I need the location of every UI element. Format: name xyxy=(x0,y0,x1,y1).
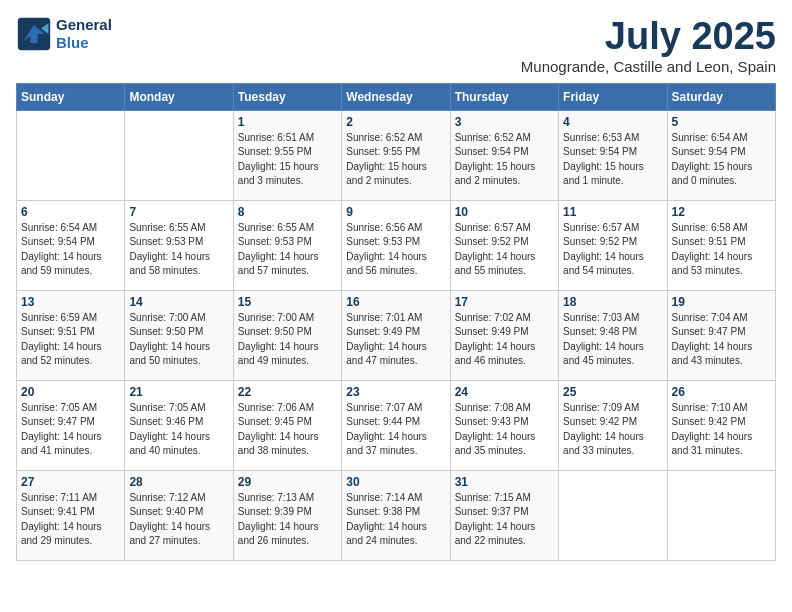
weekday-header-sunday: Sunday xyxy=(17,83,125,110)
day-number: 7 xyxy=(129,205,228,219)
day-info: Sunrise: 7:02 AM Sunset: 9:49 PM Dayligh… xyxy=(455,311,554,369)
calendar-cell xyxy=(559,470,667,560)
day-number: 19 xyxy=(672,295,771,309)
day-number: 23 xyxy=(346,385,445,399)
day-info: Sunrise: 7:06 AM Sunset: 9:45 PM Dayligh… xyxy=(238,401,337,459)
day-number: 4 xyxy=(563,115,662,129)
day-number: 14 xyxy=(129,295,228,309)
day-number: 11 xyxy=(563,205,662,219)
day-number: 27 xyxy=(21,475,120,489)
calendar-cell: 29Sunrise: 7:13 AM Sunset: 9:39 PM Dayli… xyxy=(233,470,341,560)
page-header: General Blue July 2025 Munogrande, Casti… xyxy=(16,16,776,75)
day-number: 20 xyxy=(21,385,120,399)
weekday-header-row: SundayMondayTuesdayWednesdayThursdayFrid… xyxy=(17,83,776,110)
calendar-cell: 28Sunrise: 7:12 AM Sunset: 9:40 PM Dayli… xyxy=(125,470,233,560)
day-info: Sunrise: 7:04 AM Sunset: 9:47 PM Dayligh… xyxy=(672,311,771,369)
calendar-table: SundayMondayTuesdayWednesdayThursdayFrid… xyxy=(16,83,776,561)
logo: General Blue xyxy=(16,16,112,52)
day-number: 10 xyxy=(455,205,554,219)
weekday-header-monday: Monday xyxy=(125,83,233,110)
weekday-header-wednesday: Wednesday xyxy=(342,83,450,110)
day-number: 21 xyxy=(129,385,228,399)
day-info: Sunrise: 7:00 AM Sunset: 9:50 PM Dayligh… xyxy=(129,311,228,369)
calendar-cell: 4Sunrise: 6:53 AM Sunset: 9:54 PM Daylig… xyxy=(559,110,667,200)
calendar-cell: 27Sunrise: 7:11 AM Sunset: 9:41 PM Dayli… xyxy=(17,470,125,560)
calendar-cell: 12Sunrise: 6:58 AM Sunset: 9:51 PM Dayli… xyxy=(667,200,775,290)
day-number: 2 xyxy=(346,115,445,129)
calendar-cell: 17Sunrise: 7:02 AM Sunset: 9:49 PM Dayli… xyxy=(450,290,558,380)
calendar-cell: 11Sunrise: 6:57 AM Sunset: 9:52 PM Dayli… xyxy=(559,200,667,290)
day-info: Sunrise: 7:05 AM Sunset: 9:47 PM Dayligh… xyxy=(21,401,120,459)
weekday-header-friday: Friday xyxy=(559,83,667,110)
day-number: 26 xyxy=(672,385,771,399)
day-number: 3 xyxy=(455,115,554,129)
calendar-cell: 19Sunrise: 7:04 AM Sunset: 9:47 PM Dayli… xyxy=(667,290,775,380)
day-info: Sunrise: 7:05 AM Sunset: 9:46 PM Dayligh… xyxy=(129,401,228,459)
calendar-cell: 14Sunrise: 7:00 AM Sunset: 9:50 PM Dayli… xyxy=(125,290,233,380)
day-number: 24 xyxy=(455,385,554,399)
day-info: Sunrise: 6:58 AM Sunset: 9:51 PM Dayligh… xyxy=(672,221,771,279)
location: Munogrande, Castille and Leon, Spain xyxy=(521,58,776,75)
calendar-cell: 23Sunrise: 7:07 AM Sunset: 9:44 PM Dayli… xyxy=(342,380,450,470)
calendar-cell: 30Sunrise: 7:14 AM Sunset: 9:38 PM Dayli… xyxy=(342,470,450,560)
weekday-header-saturday: Saturday xyxy=(667,83,775,110)
calendar-cell: 21Sunrise: 7:05 AM Sunset: 9:46 PM Dayli… xyxy=(125,380,233,470)
day-number: 15 xyxy=(238,295,337,309)
day-info: Sunrise: 6:57 AM Sunset: 9:52 PM Dayligh… xyxy=(455,221,554,279)
calendar-cell: 10Sunrise: 6:57 AM Sunset: 9:52 PM Dayli… xyxy=(450,200,558,290)
calendar-cell: 7Sunrise: 6:55 AM Sunset: 9:53 PM Daylig… xyxy=(125,200,233,290)
day-info: Sunrise: 7:07 AM Sunset: 9:44 PM Dayligh… xyxy=(346,401,445,459)
calendar-cell: 15Sunrise: 7:00 AM Sunset: 9:50 PM Dayli… xyxy=(233,290,341,380)
day-number: 18 xyxy=(563,295,662,309)
day-info: Sunrise: 7:12 AM Sunset: 9:40 PM Dayligh… xyxy=(129,491,228,549)
calendar-cell: 18Sunrise: 7:03 AM Sunset: 9:48 PM Dayli… xyxy=(559,290,667,380)
calendar-cell: 22Sunrise: 7:06 AM Sunset: 9:45 PM Dayli… xyxy=(233,380,341,470)
day-info: Sunrise: 7:03 AM Sunset: 9:48 PM Dayligh… xyxy=(563,311,662,369)
calendar-cell: 24Sunrise: 7:08 AM Sunset: 9:43 PM Dayli… xyxy=(450,380,558,470)
logo-icon xyxy=(16,16,52,52)
day-info: Sunrise: 6:56 AM Sunset: 9:53 PM Dayligh… xyxy=(346,221,445,279)
calendar-cell: 5Sunrise: 6:54 AM Sunset: 9:54 PM Daylig… xyxy=(667,110,775,200)
day-info: Sunrise: 7:00 AM Sunset: 9:50 PM Dayligh… xyxy=(238,311,337,369)
day-info: Sunrise: 7:09 AM Sunset: 9:42 PM Dayligh… xyxy=(563,401,662,459)
day-number: 17 xyxy=(455,295,554,309)
week-row-5: 27Sunrise: 7:11 AM Sunset: 9:41 PM Dayli… xyxy=(17,470,776,560)
day-number: 12 xyxy=(672,205,771,219)
calendar-cell xyxy=(125,110,233,200)
day-info: Sunrise: 7:10 AM Sunset: 9:42 PM Dayligh… xyxy=(672,401,771,459)
day-info: Sunrise: 7:01 AM Sunset: 9:49 PM Dayligh… xyxy=(346,311,445,369)
logo-text-general: General xyxy=(56,16,112,34)
day-number: 13 xyxy=(21,295,120,309)
weekday-header-tuesday: Tuesday xyxy=(233,83,341,110)
day-info: Sunrise: 6:55 AM Sunset: 9:53 PM Dayligh… xyxy=(238,221,337,279)
day-number: 29 xyxy=(238,475,337,489)
day-info: Sunrise: 6:53 AM Sunset: 9:54 PM Dayligh… xyxy=(563,131,662,189)
day-number: 9 xyxy=(346,205,445,219)
calendar-cell: 3Sunrise: 6:52 AM Sunset: 9:54 PM Daylig… xyxy=(450,110,558,200)
calendar-cell: 13Sunrise: 6:59 AM Sunset: 9:51 PM Dayli… xyxy=(17,290,125,380)
day-number: 16 xyxy=(346,295,445,309)
logo-text-blue: Blue xyxy=(56,34,112,52)
day-number: 28 xyxy=(129,475,228,489)
calendar-cell xyxy=(17,110,125,200)
title-block: July 2025 Munogrande, Castille and Leon,… xyxy=(521,16,776,75)
calendar-cell: 25Sunrise: 7:09 AM Sunset: 9:42 PM Dayli… xyxy=(559,380,667,470)
day-info: Sunrise: 6:52 AM Sunset: 9:55 PM Dayligh… xyxy=(346,131,445,189)
calendar-cell: 6Sunrise: 6:54 AM Sunset: 9:54 PM Daylig… xyxy=(17,200,125,290)
day-info: Sunrise: 6:54 AM Sunset: 9:54 PM Dayligh… xyxy=(21,221,120,279)
day-number: 1 xyxy=(238,115,337,129)
day-info: Sunrise: 6:55 AM Sunset: 9:53 PM Dayligh… xyxy=(129,221,228,279)
week-row-2: 6Sunrise: 6:54 AM Sunset: 9:54 PM Daylig… xyxy=(17,200,776,290)
day-number: 8 xyxy=(238,205,337,219)
day-number: 5 xyxy=(672,115,771,129)
day-info: Sunrise: 7:13 AM Sunset: 9:39 PM Dayligh… xyxy=(238,491,337,549)
day-number: 22 xyxy=(238,385,337,399)
calendar-cell: 31Sunrise: 7:15 AM Sunset: 9:37 PM Dayli… xyxy=(450,470,558,560)
day-info: Sunrise: 7:14 AM Sunset: 9:38 PM Dayligh… xyxy=(346,491,445,549)
day-info: Sunrise: 6:59 AM Sunset: 9:51 PM Dayligh… xyxy=(21,311,120,369)
week-row-1: 1Sunrise: 6:51 AM Sunset: 9:55 PM Daylig… xyxy=(17,110,776,200)
calendar-cell: 2Sunrise: 6:52 AM Sunset: 9:55 PM Daylig… xyxy=(342,110,450,200)
week-row-3: 13Sunrise: 6:59 AM Sunset: 9:51 PM Dayli… xyxy=(17,290,776,380)
calendar-cell xyxy=(667,470,775,560)
day-number: 30 xyxy=(346,475,445,489)
